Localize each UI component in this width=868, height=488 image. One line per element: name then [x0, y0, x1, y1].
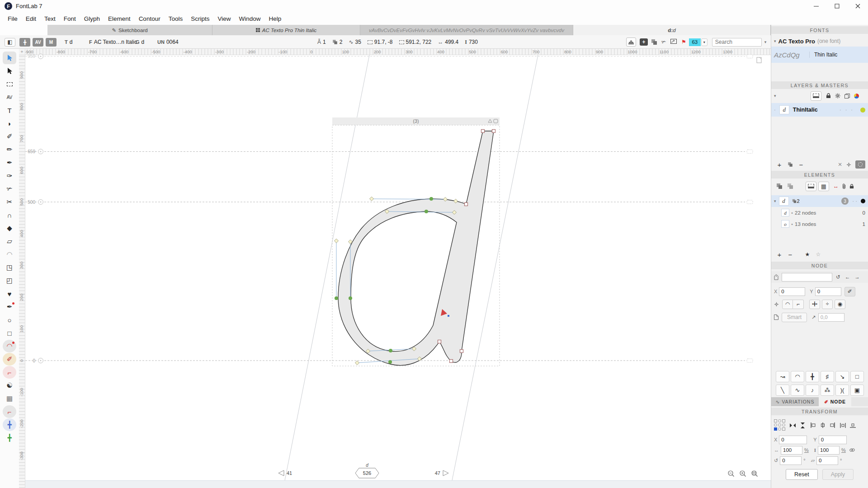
distribute-vertical-icon[interactable]	[850, 423, 856, 428]
insert-node-v-button[interactable]: ÷	[822, 300, 833, 309]
layer-color-dot[interactable]	[860, 108, 865, 113]
calligraphy-tool[interactable]: ✑	[3, 169, 16, 182]
handle-node[interactable]	[334, 239, 338, 243]
add-element-button[interactable]: +	[774, 250, 785, 259]
apply-button[interactable]: Apply	[822, 469, 854, 480]
snap-grid-tool[interactable]: ╋	[3, 432, 16, 444]
gear-icon[interactable]	[835, 93, 840, 99]
maximize-button[interactable]	[826, 0, 847, 12]
next-node-icon[interactable]: →	[854, 274, 860, 280]
magnet-tool[interactable]: ∩	[3, 209, 16, 221]
handle-node[interactable]	[369, 197, 373, 201]
align-left-icon[interactable]	[811, 422, 816, 428]
add-element-button[interactable]: +	[640, 38, 648, 46]
favorite-filled-icon[interactable]: ★	[802, 250, 813, 259]
ungroup-icon[interactable]	[785, 182, 796, 191]
menu-window[interactable]: Window	[235, 14, 264, 24]
smooth-tool[interactable]: ☯	[3, 379, 16, 392]
scatter-node-button[interactable]: ⁂	[821, 385, 834, 396]
tab-glyph-d[interactable]: d: d	[573, 25, 771, 35]
link-proportions-icon[interactable]	[849, 448, 855, 452]
selected-node[interactable]	[335, 296, 338, 300]
glyph-outline[interactable]	[338, 131, 494, 366]
element-contour-row[interactable]: d • 22 nodes 0	[771, 207, 868, 218]
slash-node-button[interactable]: ╲	[776, 385, 789, 396]
group-elements-icon[interactable]	[651, 39, 657, 45]
rect-node-button[interactable]: □	[850, 371, 864, 382]
overlap-node-button[interactable]: ▣	[850, 385, 864, 396]
group-icon[interactable]	[774, 182, 785, 191]
knife-icon[interactable]: ✃	[661, 39, 666, 45]
rotate-input[interactable]	[780, 456, 802, 465]
node-y-input[interactable]	[815, 287, 841, 296]
measure-button[interactable]: ✐	[844, 287, 855, 296]
ellipse-tool[interactable]: ○	[3, 314, 16, 326]
metric-right-handle[interactable]	[747, 150, 753, 153]
scissors-tool[interactable]: ✂	[3, 196, 16, 208]
scale-width-input[interactable]	[781, 446, 802, 455]
node-name-input[interactable]	[782, 273, 832, 282]
add-layer-button[interactable]: +	[774, 160, 785, 169]
element-contour-row[interactable]: o • 13 nodes 1	[771, 218, 868, 230]
zoom-in-icon[interactable]	[740, 471, 746, 477]
transform-x-input[interactable]	[779, 436, 807, 444]
metrics-mode-button[interactable]: M	[46, 38, 57, 47]
grid-tool[interactable]: ▦	[3, 392, 16, 405]
contour-tool[interactable]: ◠	[3, 340, 16, 352]
font-selector[interactable]: F AC Texto…n Italic	[89, 35, 137, 49]
node-x-input[interactable]	[779, 287, 805, 296]
metric-right-handle[interactable]	[747, 359, 753, 362]
scale-height-input[interactable]	[818, 446, 840, 455]
sidebar-toggle-button[interactable]: ◧	[5, 38, 15, 47]
font-style-row[interactable]: AzCdQg Thin Italic	[771, 47, 868, 63]
search-input[interactable]	[712, 38, 762, 47]
blob-tool[interactable]: ♥	[3, 287, 16, 300]
smart-corner-button[interactable]: Smart	[782, 313, 807, 322]
curve-node-button[interactable]: ◠	[791, 371, 804, 382]
toolbar-overflow-chevron[interactable]: ▾	[764, 40, 767, 44]
text-tool[interactable]: T	[3, 104, 16, 117]
lsb-arrow[interactable]	[278, 470, 284, 476]
paste-tool[interactable]: ◰	[3, 274, 16, 287]
layer-view-button[interactable]	[811, 91, 821, 101]
tab-sketchboard[interactable]: ✎ Sketchboard	[47, 25, 212, 35]
chevron-down-icon[interactable]: ▾	[774, 39, 776, 43]
settings-gear-icon[interactable]	[846, 162, 851, 167]
ink-tool[interactable]: ◗	[3, 117, 16, 130]
elements-panel-header[interactable]: ELEMENTS	[771, 171, 868, 178]
metric-right-handle[interactable]	[747, 55, 753, 58]
rsb-arrow[interactable]	[443, 470, 448, 476]
minimize-button[interactable]	[806, 0, 826, 12]
corner-node[interactable]	[481, 130, 485, 133]
tab-variations[interactable]: ∿ VARIATIONS	[771, 397, 819, 406]
knife-tool[interactable]: ✃	[3, 183, 16, 195]
glyph-selector[interactable]: G d	[136, 35, 144, 49]
menu-scripts[interactable]: Scripts	[187, 14, 213, 24]
reset-button[interactable]: Reset	[786, 469, 818, 480]
tab-node[interactable]: ✐ NODE	[819, 397, 851, 406]
refresh-icon[interactable]: ↺	[836, 274, 840, 280]
transform-panel-header[interactable]: TRANSFORM	[771, 408, 868, 415]
kerning-mode-button[interactable]: AV	[33, 38, 43, 47]
distribute-horizontal-icon[interactable]	[840, 423, 846, 428]
color-wheel-icon[interactable]	[854, 94, 859, 99]
collapse-chevron-icon[interactable]: ▾	[774, 94, 776, 98]
transform-anchor-grid[interactable]	[774, 419, 786, 431]
metric-right-handle[interactable]	[747, 200, 753, 204]
node-panel-header[interactable]: NODE	[771, 262, 868, 269]
favorite-outline-icon[interactable]: ☆	[813, 250, 824, 259]
corner-tool[interactable]: ⌐	[3, 366, 16, 379]
transform-mode-button[interactable]: ╋	[19, 38, 30, 47]
mark-color-value[interactable]: 63	[689, 38, 701, 46]
eraser-node-tool[interactable]: ✐	[3, 353, 16, 366]
align-right-icon[interactable]	[830, 422, 835, 428]
zoom-fit-icon[interactable]	[752, 471, 758, 477]
layer-flags[interactable]: ···	[840, 107, 857, 113]
menu-font[interactable]: Font	[60, 14, 80, 24]
lock-icon[interactable]	[826, 93, 831, 99]
flip-horizontal-icon[interactable]	[790, 423, 796, 428]
selected-node[interactable]	[349, 296, 352, 300]
screencast-icon[interactable]	[670, 39, 677, 45]
element-frame-button[interactable]	[806, 182, 816, 191]
smart-corner-input[interactable]	[818, 313, 844, 322]
